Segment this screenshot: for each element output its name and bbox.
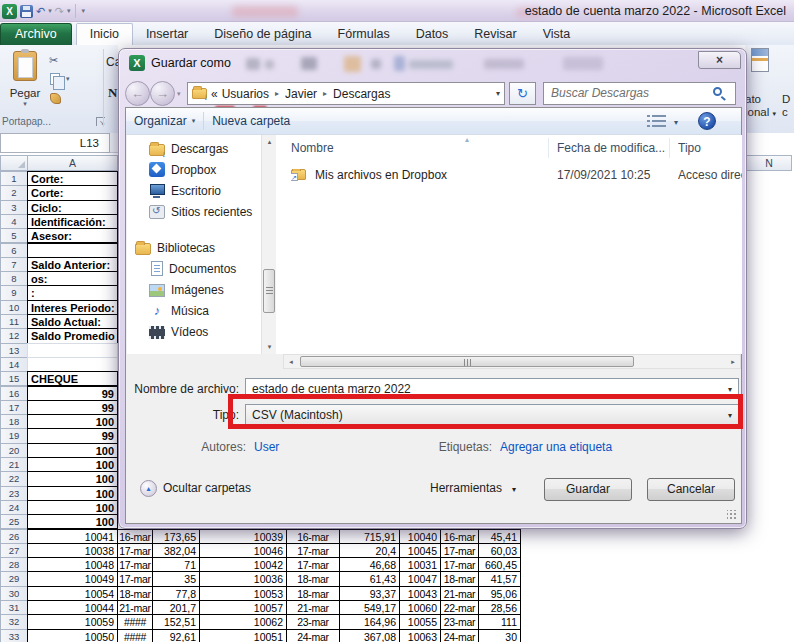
- cell-r30c3[interactable]: 77,8: [152, 586, 200, 601]
- file-list-hscrollbar[interactable]: ◂ ▸: [283, 354, 741, 369]
- cell-r30c9[interactable]: 95,06: [478, 586, 521, 601]
- undo-icon[interactable]: ↶: [36, 3, 45, 19]
- cell-r33c1[interactable]: 10050: [27, 629, 118, 642]
- copy-caret-icon[interactable]: ▾: [66, 75, 70, 83]
- forward-button[interactable]: →: [150, 81, 175, 106]
- excel-logo-icon[interactable]: X: [2, 4, 17, 19]
- format-painter-icon[interactable]: [50, 93, 61, 104]
- row-header-20[interactable]: 20: [0, 443, 28, 458]
- cut-icon[interactable]: ✂: [49, 54, 58, 67]
- row-header-32[interactable]: 32: [0, 614, 28, 629]
- cell-r29c7[interactable]: 10047: [399, 571, 441, 586]
- cell-r31c5[interactable]: 21-mar: [286, 600, 340, 615]
- cell-A12[interactable]: Saldo Promedio: [27, 328, 118, 343]
- sidebar-item-dropbox[interactable]: Dropbox: [127, 159, 261, 180]
- cell-r30c5[interactable]: 18-mar: [286, 586, 340, 601]
- cell-r32c9[interactable]: 111: [478, 614, 521, 629]
- cell-r26c8[interactable]: 16-mar: [440, 529, 479, 544]
- cell-r30c8[interactable]: 21-mar: [440, 586, 479, 601]
- cell-r27c3[interactable]: 382,04: [152, 543, 200, 558]
- select-all-corner[interactable]: [0, 155, 28, 171]
- cell-r30c6[interactable]: 93,37: [339, 586, 400, 601]
- cell-r26c4[interactable]: 10039: [199, 529, 287, 544]
- view-caret-icon[interactable]: ▾: [674, 118, 678, 127]
- save-icon[interactable]: [20, 5, 33, 18]
- row-header-5[interactable]: 5: [0, 228, 28, 243]
- row-header-11[interactable]: 11: [0, 314, 28, 329]
- search-icon[interactable]: [713, 87, 722, 96]
- cell-r32c2[interactable]: ####: [117, 614, 153, 629]
- column-header-tipo[interactable]: Tipo: [670, 138, 742, 158]
- cell-A5[interactable]: Asesor:: [27, 228, 118, 243]
- row-header-19[interactable]: 19: [0, 428, 28, 443]
- file-name[interactable]: Mis archivos en Dropbox: [315, 165, 545, 186]
- cell-A13[interactable]: [27, 343, 118, 358]
- cell-r33c8[interactable]: 24-mar: [440, 629, 479, 642]
- cell-r31c4[interactable]: 10057: [199, 600, 287, 615]
- cell-A20[interactable]: 100: [27, 443, 118, 458]
- hscrollbar-thumb[interactable]: [300, 356, 634, 367]
- cell-r29c5[interactable]: 18-mar: [286, 571, 340, 586]
- cell-r27c6[interactable]: 20,4: [339, 543, 400, 558]
- cell-r31c9[interactable]: 28,56: [478, 600, 521, 615]
- name-box[interactable]: L13: [0, 133, 110, 153]
- cell-r28c6[interactable]: 46,68: [339, 557, 400, 572]
- refresh-button[interactable]: ↻: [509, 82, 536, 105]
- tab-fórmulas[interactable]: Fórmulas: [325, 24, 403, 45]
- redo-caret-icon[interactable]: ▾: [67, 7, 71, 15]
- cell-r33c9[interactable]: 30: [478, 629, 521, 642]
- tab-vista[interactable]: Vista: [530, 24, 584, 45]
- cell-r29c3[interactable]: 35: [152, 571, 200, 586]
- row-header-13[interactable]: 13: [0, 343, 28, 358]
- cell-A14[interactable]: [27, 357, 118, 372]
- cell-r33c5[interactable]: 24-mar: [286, 629, 340, 642]
- cell-r31c6[interactable]: 549,17: [339, 600, 400, 615]
- row-header-10[interactable]: 10: [0, 300, 28, 315]
- tools-dropdown[interactable]: Herramientas ▾: [430, 481, 516, 495]
- cell-r27c8[interactable]: 17-mar: [440, 543, 479, 558]
- row-header-14[interactable]: 14: [0, 357, 28, 372]
- authors-value[interactable]: User: [254, 440, 279, 454]
- sidebar-item-escritorio[interactable]: Escritorio: [127, 180, 261, 201]
- cell-r28c1[interactable]: 10048: [27, 557, 118, 572]
- cell-r27c1[interactable]: 10038: [27, 543, 118, 558]
- tags-value[interactable]: Agregar una etiqueta: [500, 440, 612, 454]
- recent-pages-caret-icon[interactable]: ▾: [177, 90, 181, 98]
- tab-revisar[interactable]: Revisar: [461, 24, 529, 45]
- row-header-17[interactable]: 17: [0, 400, 28, 415]
- cell-r33c4[interactable]: 10051: [199, 629, 287, 642]
- row-header-23[interactable]: 23: [0, 486, 28, 501]
- customize-qat-icon[interactable]: ▾: [81, 7, 85, 15]
- row-header-22[interactable]: 22: [0, 471, 28, 486]
- breadcrumb-item-usuarios[interactable]: Usuarios: [222, 87, 269, 101]
- cell-A3[interactable]: Ciclo:: [27, 200, 118, 215]
- cell-r32c4[interactable]: 10062: [199, 614, 287, 629]
- new-folder-button[interactable]: Nueva carpeta: [204, 114, 298, 128]
- tab-datos[interactable]: Datos: [403, 24, 462, 45]
- cell-A7[interactable]: Saldo Anterior:: [27, 257, 118, 272]
- cell-A9[interactable]: :: [27, 285, 118, 300]
- scroll-down-icon[interactable]: ▾: [262, 340, 277, 354]
- column-header-fecha[interactable]: Fecha de modifica...: [549, 138, 670, 158]
- tab-inicio[interactable]: Inicio: [76, 23, 133, 45]
- cell-A11[interactable]: Saldo Actual:: [27, 314, 118, 329]
- copy-icon[interactable]: [50, 73, 60, 85]
- cell-r29c2[interactable]: 17-mar: [117, 571, 153, 586]
- cell-r29c8[interactable]: 18-mar: [440, 571, 479, 586]
- cell-r30c1[interactable]: 10054: [27, 586, 118, 601]
- cell-r26c5[interactable]: 16-mar: [286, 529, 340, 544]
- sidebar-scrollbar[interactable]: ▴ ▾: [261, 135, 276, 354]
- cell-r32c1[interactable]: 10059: [27, 614, 118, 629]
- cell-r27c9[interactable]: 60,03: [478, 543, 521, 558]
- cell-r28c5[interactable]: 17-mar: [286, 557, 340, 572]
- cell-r26c1[interactable]: 10041: [27, 529, 118, 544]
- cell-r28c7[interactable]: 10031: [399, 557, 441, 572]
- row-header-30[interactable]: 30: [0, 586, 28, 601]
- cell-r26c3[interactable]: 173,65: [152, 529, 200, 544]
- cancel-button[interactable]: Cancelar: [647, 478, 735, 501]
- sidebar-scrollbar-thumb[interactable]: [263, 269, 275, 313]
- paste-caret-icon[interactable]: ▾: [0, 100, 50, 108]
- row-header-15[interactable]: 15: [0, 371, 28, 386]
- hide-folders-button[interactable]: ▴Ocultar carpetas: [140, 480, 251, 497]
- cell-A4[interactable]: Identificación:: [27, 214, 118, 229]
